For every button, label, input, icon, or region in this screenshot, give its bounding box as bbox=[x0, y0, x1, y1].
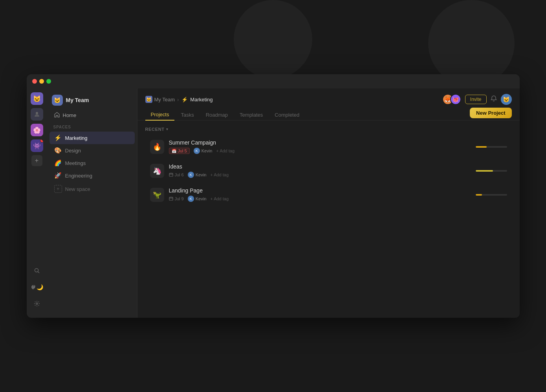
breadcrumb-team[interactable]: 🐱 My Team bbox=[145, 96, 175, 103]
svg-point-1 bbox=[35, 269, 38, 272]
header-avatars: 🦊 🐙 bbox=[442, 94, 461, 105]
progress-bar-bg-ideas bbox=[476, 170, 507, 172]
recent-label: RECENT bbox=[145, 127, 165, 132]
close-button[interactable] bbox=[32, 79, 37, 84]
project-icon-landing-page: 🦖 bbox=[150, 188, 164, 202]
content-header: 🐱 My Team › ⚡ Marketing 🦊 🐙 Invite bbox=[137, 88, 520, 105]
workspace-avatar-monster[interactable]: 👾 bbox=[31, 139, 43, 152]
meetings-label: Meetings bbox=[65, 160, 86, 166]
project-meta-ideas: Jul 6 K Kevin + Add tag bbox=[169, 172, 471, 178]
project-item-summer-campaign[interactable]: 🔥 Summer Campaign 📅 Jul 5 K Kevin bbox=[145, 136, 512, 158]
main-layout: 😺 🌸 👾 + bbox=[27, 88, 520, 318]
new-space-plus-icon: + bbox=[54, 185, 62, 193]
workspace-avatar-flower[interactable]: 🌸 bbox=[31, 124, 43, 136]
app-window: 😺 🌸 👾 + bbox=[27, 74, 520, 318]
marketing-emoji: ⚡ bbox=[54, 134, 62, 142]
bg-decoration-right bbox=[428, 0, 515, 86]
settings-icon[interactable] bbox=[31, 297, 43, 310]
project-info-landing-page: Landing Page bbox=[169, 187, 471, 202]
project-name-landing-page: Landing Page bbox=[169, 187, 471, 194]
progress-bar-bg-landing bbox=[476, 194, 507, 196]
svg-rect-4 bbox=[169, 173, 173, 176]
icon-bar-bottom: 🌙 bbox=[31, 264, 43, 314]
notification-badge bbox=[40, 139, 43, 143]
user-avatar-header[interactable]: 😺 bbox=[501, 94, 512, 105]
recent-chevron-icon: ▾ bbox=[166, 127, 169, 131]
svg-point-0 bbox=[36, 112, 38, 114]
sidebar-item-marketing[interactable]: ⚡ Marketing bbox=[49, 132, 135, 144]
dark-mode-icon[interactable]: 🌙 bbox=[31, 281, 43, 293]
title-bar bbox=[27, 74, 520, 88]
sidebar: 🐱 My Team Home SPACES ⚡ Marketing 🎨 Desi… bbox=[47, 88, 137, 318]
breadcrumb-current: ⚡ Marketing bbox=[181, 96, 213, 103]
tab-roadmap[interactable]: Roadmap bbox=[200, 110, 233, 120]
new-project-button[interactable]: New Project bbox=[470, 108, 511, 118]
project-meta-landing-page: Jul 9 K Kevin + Add tag bbox=[169, 196, 471, 202]
sidebar-item-engineering[interactable]: 🚀 Engineering bbox=[49, 169, 135, 182]
progress-bar-fill-ideas bbox=[476, 170, 493, 172]
add-tag-button-landing[interactable]: + Add tag bbox=[210, 196, 229, 201]
new-space-label: New space bbox=[65, 186, 90, 192]
home-icon bbox=[54, 112, 60, 119]
tab-projects[interactable]: Projects bbox=[145, 109, 175, 121]
design-label: Design bbox=[65, 148, 81, 154]
breadcrumb-team-avatar: 🐱 bbox=[145, 96, 152, 103]
traffic-lights bbox=[32, 79, 51, 84]
team-name: My Team bbox=[66, 97, 89, 103]
project-assignee-landing-page: K Kevin bbox=[188, 196, 207, 202]
new-space-button[interactable]: + New space bbox=[49, 183, 135, 195]
project-icon-summer-campaign: 🔥 bbox=[150, 140, 164, 154]
assignee-avatar-kevin-ideas: K bbox=[188, 172, 194, 178]
calendar-icon-ideas bbox=[169, 172, 173, 178]
breadcrumb-separator: › bbox=[177, 97, 179, 103]
spaces-label: SPACES bbox=[47, 121, 137, 132]
sidebar-item-design[interactable]: 🎨 Design bbox=[49, 144, 135, 157]
search-icon[interactable] bbox=[31, 264, 43, 277]
notifications-bell-icon[interactable] bbox=[491, 95, 497, 103]
breadcrumb-current-emoji: ⚡ bbox=[181, 96, 188, 103]
project-date-summer-campaign: 📅 Jul 5 bbox=[169, 148, 190, 154]
sidebar-item-meetings[interactable]: 🌈 Meetings bbox=[49, 157, 135, 169]
progress-bar-bg bbox=[476, 146, 507, 148]
engineering-label: Engineering bbox=[65, 173, 92, 179]
breadcrumb-team-label: My Team bbox=[154, 97, 175, 103]
project-progress-ideas bbox=[476, 170, 507, 172]
project-name-ideas: Ideas bbox=[169, 163, 471, 170]
icon-bar-top: 😺 🌸 👾 + bbox=[31, 92, 43, 261]
progress-bar-fill-landing bbox=[476, 194, 482, 196]
maximize-button[interactable] bbox=[46, 79, 51, 84]
project-name-summer-campaign: Summer Campaign bbox=[169, 139, 471, 146]
team-avatar: 🐱 bbox=[52, 95, 63, 106]
project-meta-summer-campaign: 📅 Jul 5 K Kevin + Add tag bbox=[169, 148, 471, 154]
workspace-avatar-cat[interactable]: 😺 bbox=[31, 92, 43, 105]
project-progress-landing-page bbox=[476, 194, 507, 196]
workspace-avatar-person[interactable] bbox=[31, 108, 43, 121]
add-tag-button-ideas[interactable]: + Add tag bbox=[210, 172, 229, 177]
tab-tasks[interactable]: Tasks bbox=[175, 110, 199, 120]
breadcrumb: 🐱 My Team › ⚡ Marketing bbox=[145, 96, 213, 103]
project-item-landing-page[interactable]: 🦖 Landing Page bbox=[145, 183, 512, 206]
recent-header[interactable]: RECENT ▾ bbox=[145, 127, 512, 132]
meetings-emoji: 🌈 bbox=[54, 159, 62, 167]
project-info-ideas: Ideas bbox=[169, 163, 471, 178]
engineering-emoji: 🚀 bbox=[54, 172, 62, 180]
tab-templates[interactable]: Templates bbox=[234, 110, 268, 120]
design-emoji: 🎨 bbox=[54, 147, 62, 154]
svg-line-2 bbox=[38, 272, 39, 273]
tab-completed[interactable]: Completed bbox=[269, 110, 305, 120]
header-right: 🦊 🐙 Invite 😺 bbox=[442, 94, 512, 105]
progress-bar-fill bbox=[476, 146, 487, 148]
icon-bar: 😺 🌸 👾 + bbox=[27, 88, 47, 318]
minimize-button[interactable] bbox=[39, 79, 44, 84]
project-date-landing-page: Jul 9 bbox=[169, 196, 184, 201]
project-icon-ideas: 🦄 bbox=[150, 164, 164, 178]
tabs-bar: Projects Tasks Roadmap Templates Complet… bbox=[137, 105, 520, 121]
header-avatar-2[interactable]: 🐙 bbox=[450, 94, 461, 105]
sidebar-team-section[interactable]: 🐱 My Team bbox=[47, 92, 137, 108]
assignee-avatar-kevin-landing: K bbox=[188, 196, 194, 202]
project-item-ideas[interactable]: 🦄 Ideas bbox=[145, 159, 512, 182]
invite-button[interactable]: Invite bbox=[465, 95, 487, 104]
sidebar-item-home[interactable]: Home bbox=[49, 110, 135, 121]
add-workspace-button[interactable]: + bbox=[31, 155, 42, 166]
add-tag-button-summer[interactable]: + Add tag bbox=[216, 148, 235, 153]
